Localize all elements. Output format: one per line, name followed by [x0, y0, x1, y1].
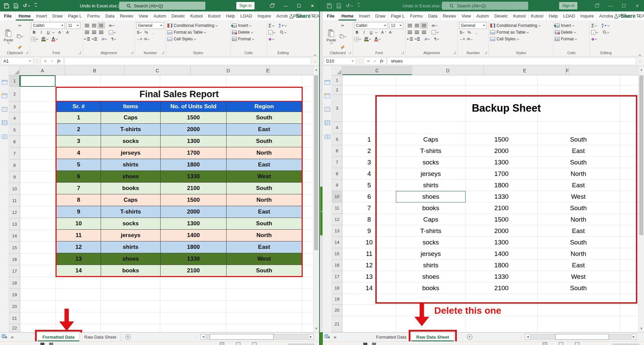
cell-sr[interactable]: 9 — [342, 227, 396, 235]
cell-sr[interactable]: 7 — [342, 204, 396, 212]
ribbon-tab[interactable]: Draw — [50, 11, 65, 21]
row-header[interactable]: 1 — [9, 75, 20, 87]
cell-units[interactable]: 1800 — [161, 159, 227, 171]
row-header[interactable]: 13 — [9, 218, 20, 230]
cell-sr[interactable]: 1 — [56, 112, 101, 124]
underline-button[interactable]: U — [368, 30, 374, 35]
row-header[interactable]: 6 — [332, 145, 342, 157]
zoom-slider[interactable] — [612, 344, 639, 345]
clear-button[interactable]: ◆ — [268, 36, 274, 42]
cell-units[interactable]: 1800 — [466, 182, 537, 189]
merge-center-button[interactable]: ↔ — [109, 30, 115, 35]
wrap-text-button[interactable]: ab↩ — [109, 23, 115, 29]
row-header[interactable]: 15 — [332, 248, 342, 260]
delete-cells-button[interactable]: Delete — [555, 29, 588, 36]
cell-sr[interactable]: 5 — [56, 159, 101, 171]
divider-scroll-thumb[interactable]: ◂ — [320, 187, 323, 235]
row-header[interactable]: 21 — [332, 316, 342, 332]
dialog-launcher-icon[interactable] — [401, 51, 404, 54]
cell-region[interactable]: South — [537, 284, 619, 292]
search-box[interactable]: Search (Alt+Q) — [442, 2, 528, 10]
row-header[interactable]: 7 — [9, 148, 20, 159]
ribbon-tab[interactable]: Draw — [373, 11, 388, 21]
cell-sr[interactable]: 7 — [56, 183, 101, 194]
comma-style-button[interactable]: , — [473, 30, 479, 35]
cell-item[interactable]: jerseys — [396, 170, 466, 178]
cell-units[interactable]: 1300 — [466, 159, 537, 166]
cell-units[interactable]: 1500 — [161, 112, 227, 124]
cell-units[interactable]: 2100 — [466, 204, 537, 212]
increase-decimal-button[interactable]: ←.0 — [459, 36, 465, 42]
cell-item[interactable]: Caps — [101, 194, 161, 206]
cell-region[interactable]: East — [227, 241, 302, 253]
vertical-scroll-thumb[interactable] — [639, 75, 643, 235]
cell-units[interactable]: 1400 — [161, 230, 227, 241]
dialog-launcher-icon[interactable] — [131, 51, 133, 54]
ribbon-tab[interactable]: Formu — [408, 11, 426, 21]
align-middle-button[interactable] — [414, 23, 420, 29]
zoom-slider[interactable] — [287, 344, 314, 345]
column-header[interactable]: F — [566, 66, 569, 75]
row-header[interactable]: 8 — [9, 159, 20, 171]
horizontal-scrollbar[interactable]: ⋮ ◀ ▶ — [520, 334, 637, 340]
columns-pane-icon[interactable] — [325, 120, 330, 125]
search-box[interactable]: Search (Alt+Q) — [119, 2, 205, 10]
cell-item[interactable]: shirts — [101, 241, 161, 253]
row-header[interactable]: 18 — [9, 277, 20, 289]
share-button[interactable]: Share — [609, 11, 644, 21]
align-left-button[interactable] — [84, 30, 90, 35]
ribbon-tab[interactable]: Kutool — [511, 11, 529, 21]
cell-item[interactable]: books — [396, 284, 466, 292]
vertical-scrollbar[interactable]: ▲ ▼ — [313, 66, 319, 332]
column-header[interactable]: E — [484, 66, 566, 75]
cell-units[interactable]: 1300 — [161, 218, 227, 230]
cell-region[interactable]: North — [227, 230, 302, 241]
format-as-table-button[interactable]: Format as Table — [167, 29, 229, 36]
column-header[interactable]: E — [266, 66, 270, 75]
align-top-button[interactable] — [407, 23, 413, 29]
row-header[interactable]: 17 — [9, 265, 20, 277]
cell-sr[interactable]: 4 — [342, 170, 396, 178]
cell-units[interactable]: 2000 — [466, 147, 537, 155]
dialog-launcher-icon[interactable] — [78, 51, 81, 54]
cell-item[interactable]: shirts — [396, 262, 466, 269]
conditional-formatting-button[interactable]: Conditional Formatting — [490, 22, 552, 29]
row-header[interactable]: 2 — [332, 85, 342, 95]
insert-function-icon[interactable]: fx — [57, 59, 61, 64]
drawers-pane-icon[interactable] — [325, 107, 330, 112]
cell-units[interactable]: 2000 — [161, 124, 227, 136]
format-cells-button[interactable]: Format — [232, 36, 265, 42]
sort-filter-button[interactable]: AZ▼ — [602, 23, 609, 29]
row-header[interactable]: 9 — [332, 180, 342, 191]
minimize-button[interactable]: — — [604, 0, 617, 11]
row-header[interactable]: 4 — [332, 122, 342, 134]
column-header[interactable]: C — [125, 66, 191, 75]
align-left-button[interactable] — [407, 30, 413, 35]
font-color-button[interactable]: A — [374, 36, 380, 42]
new-sheet-button[interactable]: + — [463, 333, 476, 341]
cancel-icon[interactable]: ✕ — [367, 59, 370, 64]
cell-sr[interactable]: 2 — [56, 124, 101, 136]
align-bottom-button[interactable] — [421, 23, 427, 29]
paste-button[interactable]: Paste — [324, 22, 338, 50]
row-header[interactable]: 15 — [9, 242, 20, 254]
cell-sr[interactable]: 10 — [56, 218, 101, 230]
sheet-tab[interactable]: Raw Data Sheet — [79, 333, 121, 341]
row-header[interactable]: 8 — [332, 168, 342, 180]
orientation-button[interactable]: ab — [101, 36, 107, 42]
shrink-font-button[interactable]: Aˇ — [388, 30, 394, 35]
flash-pane-icon[interactable] — [2, 93, 7, 98]
cell-sr[interactable]: 8 — [56, 194, 101, 206]
cell-item[interactable]: socks — [101, 218, 161, 230]
ribbon-tab[interactable]: Data — [426, 11, 440, 21]
cell-region[interactable]: West — [227, 253, 302, 265]
font-color-button[interactable]: A — [52, 36, 58, 42]
orientation-button[interactable]: ab — [424, 36, 430, 42]
ribbon-display-options-button[interactable] — [590, 0, 604, 11]
name-box[interactable]: A1 — [1, 58, 33, 65]
cell-region[interactable]: South — [537, 136, 619, 143]
row-header[interactable]: 19 — [9, 289, 20, 301]
cell-sr[interactable]: 11 — [342, 250, 396, 258]
flash-pane-icon[interactable] — [325, 93, 330, 98]
cell-item[interactable]: books — [396, 204, 466, 212]
